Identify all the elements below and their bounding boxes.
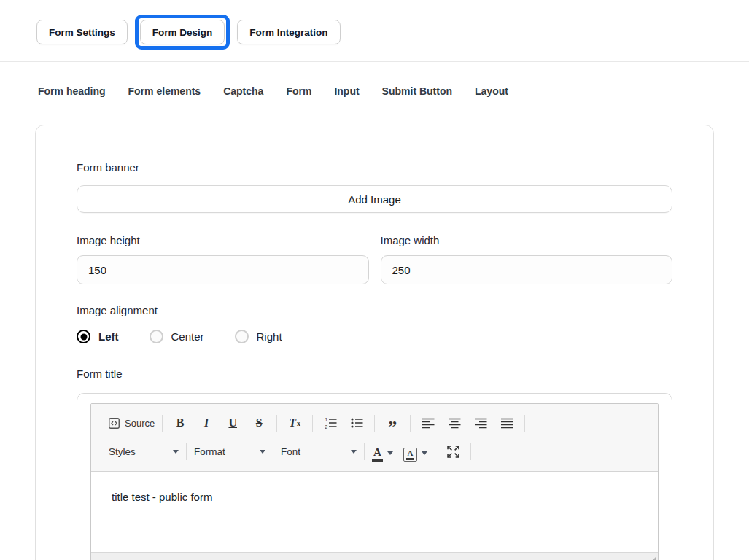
- chevron-down-icon: [387, 451, 393, 455]
- tab-form-integration[interactable]: Form Integration: [237, 20, 340, 44]
- toolbar-separator: [273, 443, 273, 460]
- subnav-item-form[interactable]: Form: [286, 85, 311, 97]
- bold-button[interactable]: B: [170, 413, 190, 433]
- svg-text:1: 1: [325, 417, 327, 422]
- chevron-down-icon: [351, 450, 357, 454]
- subnav-item-form-elements[interactable]: Form elements: [128, 85, 201, 97]
- bulleted-list-icon: [351, 417, 363, 429]
- align-right-icon: [475, 417, 487, 429]
- format-dropdown-label: Format: [194, 446, 225, 457]
- chevron-down-icon: [173, 450, 179, 454]
- rich-text-editor: Source B I U S Tx: [90, 403, 659, 560]
- strikethrough-button[interactable]: S: [249, 413, 269, 433]
- blockquote-button[interactable]: ”: [382, 413, 403, 433]
- form-design-panel: Form banner Add Image Image height Image…: [35, 125, 714, 560]
- toolbar-separator: [470, 443, 471, 460]
- italic-button[interactable]: I: [196, 413, 217, 433]
- add-image-button[interactable]: Add Image: [77, 185, 672, 213]
- numbered-list-icon: 12: [325, 417, 337, 429]
- image-height-label: Image height: [77, 233, 369, 248]
- toolbar-separator: [524, 415, 525, 432]
- toolbar-separator: [312, 415, 313, 432]
- editor-content-area[interactable]: title test - public form: [91, 472, 658, 552]
- maximize-icon: [447, 446, 459, 458]
- alignment-radio-left[interactable]: Left: [77, 330, 119, 343]
- numbered-list-button[interactable]: 12: [320, 413, 341, 433]
- align-center-button[interactable]: [444, 413, 465, 433]
- radio-label: Right: [257, 330, 282, 343]
- form-title-editor-wrapper: Source B I U S Tx: [77, 393, 672, 560]
- toolbar-separator: [374, 415, 375, 432]
- form-title-label: Form title: [77, 367, 672, 381]
- image-height-input[interactable]: [77, 255, 369, 284]
- form-banner-label: Form banner: [77, 160, 672, 175]
- font-dropdown-label: Font: [281, 446, 300, 457]
- toolbar-row-1: Source B I U S Tx: [109, 408, 640, 438]
- alignment-radio-right[interactable]: Right: [235, 330, 282, 343]
- font-dropdown[interactable]: Font: [281, 441, 357, 462]
- background-color-icon: A: [403, 448, 417, 462]
- editor-toolbar: Source B I U S Tx: [91, 404, 658, 472]
- chevron-down-icon: [260, 450, 265, 454]
- image-alignment-label: Image alignment: [77, 303, 672, 318]
- radio-unselected-icon[interactable]: [150, 330, 163, 343]
- alignment-radio-group: Left Center Right: [77, 330, 672, 343]
- toolbar-separator: [276, 415, 277, 432]
- radio-label: Center: [171, 330, 204, 343]
- align-left-icon: [422, 417, 435, 429]
- text-color-button[interactable]: A: [372, 441, 393, 462]
- image-width-label: Image width: [381, 233, 673, 248]
- remove-format-x: x: [297, 419, 300, 427]
- resize-handle-icon[interactable]: [648, 557, 656, 560]
- align-center-icon: [449, 417, 461, 429]
- remove-format-t: T: [289, 416, 296, 429]
- remove-format-button[interactable]: Tx: [284, 413, 305, 433]
- subnav-item-captcha[interactable]: Captcha: [223, 85, 263, 97]
- design-subnav: Form heading Form elements Captcha Form …: [0, 62, 749, 97]
- alignment-radio-center[interactable]: Center: [150, 330, 204, 343]
- toolbar-row-2: Styles Format Font: [109, 438, 640, 465]
- toolbar-separator: [435, 443, 435, 460]
- toolbar-separator: [364, 443, 365, 460]
- source-button[interactable]: Source: [109, 413, 155, 433]
- toolbar-separator: [410, 415, 411, 432]
- format-dropdown[interactable]: Format: [194, 441, 265, 462]
- align-right-button[interactable]: [470, 413, 491, 433]
- maximize-button[interactable]: [443, 441, 463, 462]
- tab-form-settings[interactable]: Form Settings: [36, 20, 128, 44]
- styles-dropdown-label: Styles: [109, 446, 136, 457]
- subnav-item-layout[interactable]: Layout: [475, 85, 508, 97]
- align-left-button[interactable]: [418, 413, 438, 433]
- underline-button[interactable]: U: [222, 413, 243, 433]
- bulleted-list-button[interactable]: [346, 413, 367, 433]
- align-justify-button[interactable]: [497, 413, 517, 433]
- editor-status-bar: [91, 552, 658, 560]
- svg-text:2: 2: [325, 424, 327, 429]
- toolbar-separator: [162, 415, 163, 432]
- tab-form-design[interactable]: Form Design: [140, 20, 225, 44]
- top-tab-bar: Form Settings Form Design Form Integrati…: [0, 0, 749, 50]
- active-tab-highlight-box: Form Design: [135, 15, 230, 50]
- radio-label: Left: [98, 330, 119, 343]
- subnav-item-form-heading[interactable]: Form heading: [38, 85, 106, 97]
- background-color-button[interactable]: A: [403, 441, 427, 462]
- subnav-item-submit-button[interactable]: Submit Button: [382, 85, 452, 97]
- radio-unselected-icon[interactable]: [235, 330, 249, 343]
- subnav-item-input[interactable]: Input: [334, 85, 359, 97]
- styles-dropdown[interactable]: Styles: [109, 441, 179, 462]
- toolbar-separator: [186, 443, 187, 460]
- radio-selected-icon[interactable]: [77, 330, 90, 343]
- align-justify-icon: [501, 417, 513, 429]
- source-label: Source: [125, 418, 155, 429]
- source-icon: [109, 418, 120, 429]
- chevron-down-icon: [422, 451, 427, 455]
- text-color-icon: A: [372, 447, 383, 462]
- image-width-input[interactable]: [381, 255, 673, 284]
